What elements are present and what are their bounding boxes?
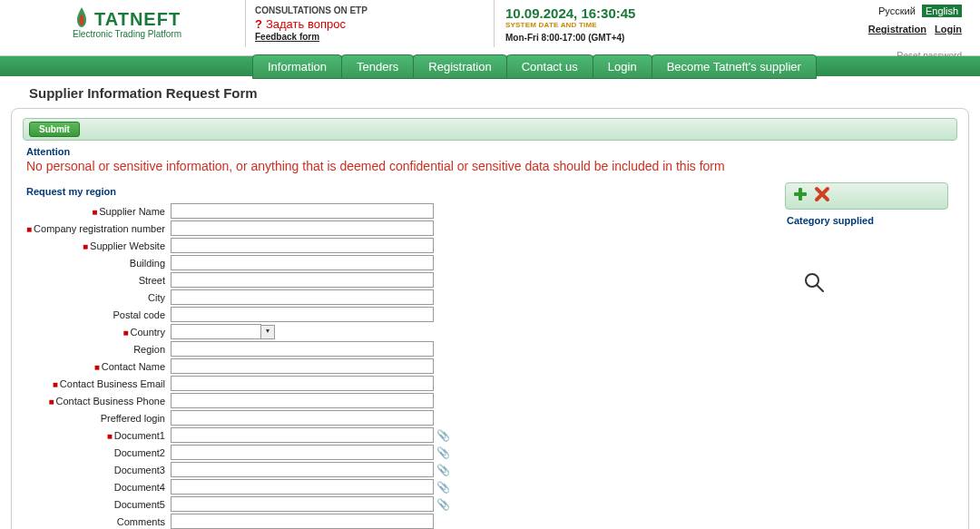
page-title: Supplier Information Request Form <box>0 76 980 108</box>
comments-input[interactable] <box>171 514 434 529</box>
registration-link[interactable]: Registration <box>868 24 926 34</box>
contact-email-input[interactable] <box>171 376 434 391</box>
label-doc4: Document4 <box>114 482 165 493</box>
flame-icon <box>74 7 90 31</box>
nav-registration[interactable]: Registration <box>413 54 506 79</box>
label-contact-email: Contact Business Email <box>60 378 165 389</box>
label-doc3: Document3 <box>114 465 165 475</box>
country-input[interactable] <box>171 324 261 339</box>
label-doc1: Document1 <box>114 430 165 441</box>
search-icon[interactable] <box>803 271 948 297</box>
main-panel: Submit Attention No personal or sensitiv… <box>11 108 969 529</box>
label-supplier-website: Supplier Website <box>90 240 165 251</box>
region-input[interactable] <box>171 341 434 357</box>
consult-title: CONSULTATIONS ON ETP <box>255 5 485 15</box>
submit-bar: Submit <box>23 118 957 141</box>
remove-category-button[interactable] <box>813 186 831 206</box>
nav-information[interactable]: Information <box>252 54 342 79</box>
supplier-website-input[interactable] <box>171 238 434 253</box>
login-link[interactable]: Login <box>935 24 962 34</box>
label-doc2: Document2 <box>114 447 165 458</box>
company-reg-input[interactable] <box>171 220 434 236</box>
category-toolbar <box>785 182 948 210</box>
attach-icon[interactable]: 📎 <box>436 464 450 476</box>
label-country: Country <box>130 327 165 338</box>
lang-en[interactable]: English <box>922 5 962 17</box>
doc3-input[interactable] <box>171 462 434 477</box>
contact-name-input[interactable] <box>171 358 434 374</box>
attach-icon[interactable]: 📎 <box>436 446 450 459</box>
working-hours: Mon-Fri 8:00-17:00 (GMT+4) <box>505 33 710 43</box>
question-icon: ? <box>255 17 262 31</box>
label-company-reg: Company registration number <box>34 223 165 234</box>
ask-question-link[interactable]: Задать вопрос <box>266 17 346 31</box>
category-title: Category supplied <box>787 215 948 226</box>
label-doc5: Document5 <box>114 499 165 510</box>
label-contact-phone: Contact Business Phone <box>56 396 165 407</box>
label-preferred-login: Preffered login <box>101 413 165 424</box>
postal-input[interactable] <box>171 307 434 322</box>
country-lookup-button[interactable]: ▾ <box>260 325 275 339</box>
doc5-input[interactable] <box>171 496 434 512</box>
nav-become-supplier[interactable]: Become Tatneft's supplier <box>652 54 817 79</box>
label-region: Region <box>133 344 165 355</box>
logo-block: TATNEFT Electronic Trading Platform <box>9 0 245 39</box>
add-category-button[interactable] <box>791 186 809 206</box>
supplier-name-input[interactable] <box>171 203 434 219</box>
datetime-block: 10.09.2024, 16:30:45 SYSTEM DATE AND TIM… <box>495 0 721 48</box>
svg-line-3 <box>817 285 823 291</box>
doc4-input[interactable] <box>171 479 434 495</box>
nav-login[interactable]: Login <box>593 54 652 79</box>
attach-icon[interactable]: 📎 <box>436 481 450 494</box>
contact-phone-input[interactable] <box>171 393 434 408</box>
region-title: Request my region <box>26 186 785 197</box>
attach-icon[interactable]: 📎 <box>436 429 450 442</box>
doc1-input[interactable] <box>171 427 434 443</box>
feedback-link[interactable]: Feedback form <box>255 32 319 42</box>
system-label: SYSTEM DATE AND TIME <box>505 21 710 29</box>
label-building: Building <box>130 258 165 269</box>
attention-text: No personal or sensitive information, or… <box>26 159 957 173</box>
street-input[interactable] <box>171 272 434 288</box>
submit-button[interactable]: Submit <box>29 122 80 137</box>
system-datetime: 10.09.2024, 16:30:45 <box>505 5 710 21</box>
brand-subtitle: Electronic Trading Platform <box>9 29 245 39</box>
label-street: Street <box>139 275 165 286</box>
building-input[interactable] <box>171 255 434 270</box>
brand-text: TATNEFT <box>94 9 181 29</box>
svg-rect-1 <box>794 192 807 196</box>
label-comments: Comments <box>117 516 165 527</box>
city-input[interactable] <box>171 289 434 305</box>
preferred-login-input[interactable] <box>171 410 434 426</box>
attention-title: Attention <box>26 146 957 157</box>
label-contact-name: Contact Name <box>102 361 165 372</box>
nav-contact[interactable]: Contact us <box>506 54 593 79</box>
language-switch: Русский English <box>863 5 962 16</box>
label-supplier-name: Supplier Name <box>99 206 165 217</box>
label-postal: Postal code <box>113 309 165 320</box>
lang-ru[interactable]: Русский <box>878 5 916 16</box>
nav-tenders[interactable]: Tenders <box>341 54 414 79</box>
attach-icon[interactable]: 📎 <box>436 498 450 511</box>
doc2-input[interactable] <box>171 445 434 460</box>
nav-bar: Information Tenders Registration Contact… <box>0 56 980 76</box>
consult-block: CONSULTATIONS ON ETP ?Задать вопрос Feed… <box>245 0 495 47</box>
label-city: City <box>148 292 165 303</box>
